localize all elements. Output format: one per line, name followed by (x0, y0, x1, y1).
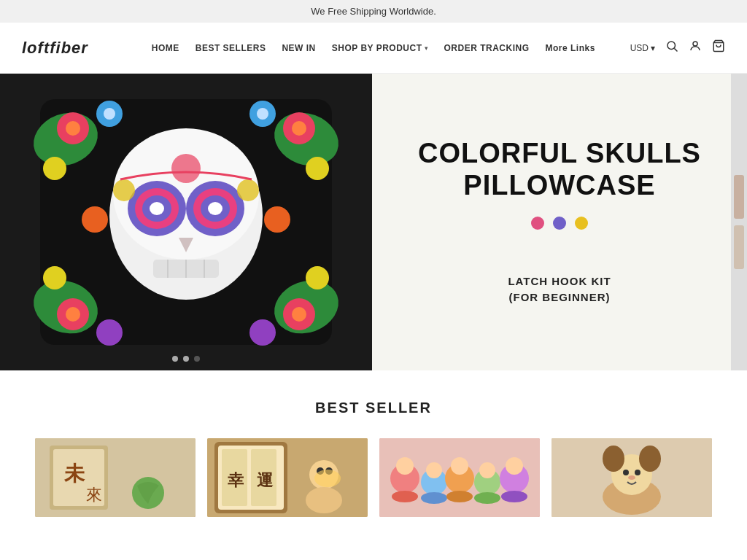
announcement-text: We Free Shipping Worldwide. (311, 6, 436, 17)
svg-point-76 (392, 491, 418, 502)
product-image-1: 未 來 (35, 438, 196, 517)
nav-best-sellers[interactable]: BEST SELLERS (196, 43, 266, 53)
announcement-bar: We Free Shipping Worldwide. (0, 0, 747, 23)
svg-point-16 (292, 121, 306, 136)
svg-point-19 (306, 157, 329, 180)
svg-point-87 (623, 470, 629, 475)
svg-point-35 (150, 202, 164, 215)
hero-color-dot-pink (531, 217, 544, 230)
svg-point-45 (113, 179, 135, 201)
product-card-1[interactable]: 未 來 (35, 438, 196, 517)
product-img-placeholder-3 (379, 438, 540, 517)
svg-point-75 (506, 457, 523, 475)
svg-point-80 (501, 491, 527, 502)
svg-point-67 (396, 457, 414, 475)
svg-point-22 (96, 319, 123, 346)
carousel-dot-2[interactable] (183, 356, 189, 362)
main-nav: HOME BEST SELLERS NEW IN SHOP BY PRODUCT… (117, 43, 630, 53)
nav-order-tracking[interactable]: ORDER TRACKING (444, 43, 530, 53)
svg-point-23 (43, 266, 66, 289)
hero-title: COLORFUL SKULLS PILLOWCASE (401, 138, 718, 201)
svg-point-44 (171, 154, 201, 183)
hero-banner: COLORFUL SKULLS PILLOWCASE LATCH HOOK KI… (0, 74, 747, 370)
svg-point-27 (306, 266, 329, 289)
product-card-2[interactable]: 幸 運 (207, 438, 368, 517)
hero-color-dots (531, 217, 588, 230)
nav-shop-by-product[interactable]: SHOP BY PRODUCT ▾ (332, 43, 428, 53)
svg-text:來: 來 (86, 486, 102, 504)
currency-selector[interactable]: USD ▾ (630, 43, 655, 53)
svg-text:運: 運 (257, 471, 274, 489)
svg-point-14 (43, 157, 66, 180)
svg-point-79 (474, 492, 500, 504)
nav-new-in[interactable]: NEW IN (282, 43, 315, 53)
svg-point-61 (306, 487, 342, 513)
hero-text-content: COLORFUL SKULLS PILLOWCASE LATCH HOOK KI… (372, 74, 747, 370)
hero-color-dot-purple (553, 217, 566, 230)
svg-point-71 (451, 457, 468, 475)
svg-point-0 (667, 42, 676, 50)
best-seller-title: BEST SELLER (22, 400, 725, 416)
svg-point-77 (421, 492, 447, 504)
cart-icon[interactable] (712, 39, 725, 56)
svg-point-13 (104, 108, 115, 120)
product-img-placeholder-2: 幸 運 (207, 438, 368, 517)
svg-point-85 (603, 446, 624, 472)
svg-point-18 (257, 108, 268, 120)
svg-point-89 (628, 475, 635, 480)
product-card-4[interactable] (551, 438, 712, 517)
svg-point-73 (479, 462, 495, 478)
product-img-placeholder-4 (551, 438, 712, 517)
currency-label: USD (630, 43, 649, 53)
svg-point-11 (66, 121, 80, 136)
svg-point-21 (66, 307, 80, 322)
nav-more-links[interactable]: More Links (546, 43, 595, 53)
nav-shop-by-product-label: SHOP BY PRODUCT (332, 43, 422, 53)
svg-point-29 (264, 206, 290, 233)
product-image-4 (551, 438, 712, 517)
svg-point-78 (446, 491, 473, 502)
hero-color-dot-yellow (575, 217, 588, 230)
carousel-dot-1[interactable] (172, 356, 178, 362)
svg-point-26 (249, 319, 276, 346)
account-icon[interactable] (689, 39, 702, 56)
svg-text:幸: 幸 (228, 471, 244, 489)
svg-point-46 (237, 179, 259, 201)
product-image-3 (379, 438, 540, 517)
hero-subtitle: LATCH HOOK KIT(FOR BEGINNER) (508, 273, 611, 306)
shop-by-product-arrow-icon: ▾ (425, 44, 428, 52)
svg-point-28 (82, 206, 108, 233)
svg-text:未: 未 (63, 462, 85, 485)
best-seller-section: BEST SELLER 未 來 (0, 370, 747, 532)
header-actions: USD ▾ (630, 39, 725, 56)
logo[interactable]: loftfiber (22, 39, 117, 58)
svg-point-64 (314, 470, 341, 487)
product-img-placeholder-1: 未 來 (35, 438, 196, 517)
search-icon[interactable] (665, 39, 678, 56)
svg-point-86 (639, 446, 661, 472)
header: loftfiber HOME BEST SELLERS NEW IN SHOP … (0, 23, 747, 74)
currency-arrow-icon: ▾ (651, 43, 655, 53)
carousel-dots (172, 356, 200, 362)
product-grid: 未 來 (22, 438, 725, 517)
product-image-2: 幸 運 (207, 438, 368, 517)
svg-line-1 (674, 48, 677, 51)
svg-point-39 (208, 202, 222, 215)
carousel-dot-3[interactable] (194, 356, 200, 362)
svg-point-2 (693, 42, 697, 46)
svg-point-88 (635, 470, 640, 475)
hero-side-panel (731, 74, 747, 370)
hero-product-image (0, 74, 372, 370)
product-card-3[interactable] (379, 438, 540, 517)
svg-point-25 (292, 307, 306, 322)
svg-point-69 (426, 462, 442, 478)
nav-home[interactable]: HOME (152, 43, 179, 53)
